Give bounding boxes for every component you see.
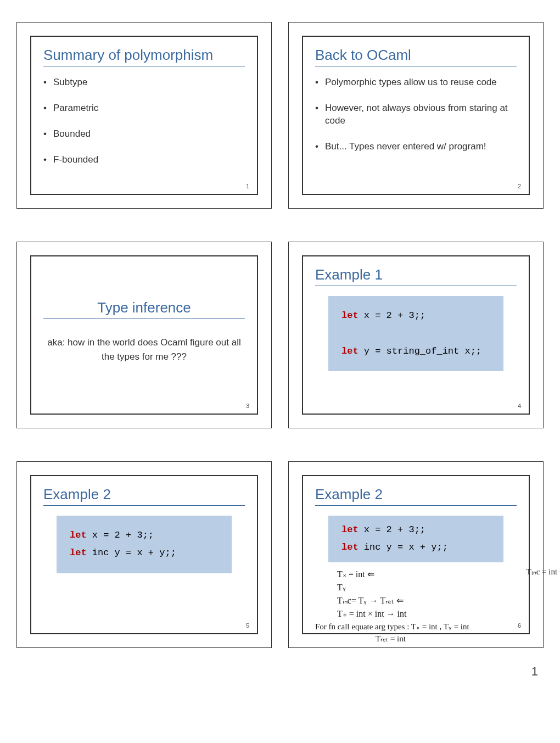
slide-1-inner: Summary of polymorphism Subtype Parametr… [30, 36, 258, 195]
slide-6-inner: Example 2 let x = 2 + 3;; let inc y = x … [302, 475, 530, 634]
slide-1-title: Summary of polymorphism [43, 47, 245, 66]
keyword: let [70, 548, 87, 558]
slide-grid: Summary of polymorphism Subtype Parametr… [16, 22, 544, 648]
keyword: let [341, 524, 359, 535]
slide-4-inner: Example 1 let x = 2 + 3;; let y = string… [302, 255, 530, 415]
slide-2-title: Back to OCaml [315, 47, 517, 66]
page-number: 1 [16, 664, 544, 679]
slide-6-title: Example 2 [315, 486, 517, 506]
slide-3: Type inference aka: how in the world doe… [16, 242, 272, 428]
slide-4-code: let x = 2 + 3;; let y = string_of_int x;… [328, 296, 503, 371]
slide-6-handwriting: Tₓ = int ⇐Tᵢₙc = int→int Tᵧ Tᵢₙc= Tᵧ → T… [315, 568, 517, 645]
bullet: But... Types never entered w/ program! [315, 141, 517, 153]
slide-2-bullets: Polymorphic types allow us to reuse code… [315, 76, 517, 153]
slide-1-bullets: Subtype Parametric Bounded F-bounded [43, 76, 245, 166]
bullet: Bounded [43, 128, 245, 141]
slide-2-inner: Back to OCaml Polymorphic types allow us… [302, 36, 530, 195]
slide-3-number: 3 [246, 403, 249, 409]
slide-5-number: 5 [246, 622, 249, 629]
slide-6: Example 2 let x = 2 + 3;; let inc y = x … [288, 461, 544, 648]
keyword: let [341, 346, 359, 356]
slide-5-inner: Example 2 let x = 2 + 3;; let inc y = x … [30, 475, 258, 634]
slide-4-title: Example 1 [315, 266, 517, 286]
slide-5-title: Example 2 [43, 486, 245, 506]
hw-text: Tᵢₙc = int→int [527, 566, 560, 578]
hw-line: For fn call equate arg types : Tₓ = int … [315, 621, 517, 633]
slide-2: Back to OCaml Polymorphic types allow us… [288, 22, 544, 209]
code-text: x = 2 + 3;; [359, 310, 425, 321]
slide-4: Example 1 let x = 2 + 3;; let y = string… [288, 242, 544, 428]
code-text: inc y = x + y;; [359, 542, 448, 552]
hw-line: Tᵢₙc= Tᵧ → Tᵣₑₜ ⇐ [315, 594, 517, 607]
code-text: inc y = x + y;; [87, 548, 176, 558]
hw-line: T₊ = int × int → int [315, 607, 517, 621]
code-text: x = 2 + 3;; [359, 524, 425, 535]
keyword: let [341, 310, 359, 321]
slide-2-number: 2 [518, 183, 521, 189]
hw-line: Tₓ = int ⇐Tᵢₙc = int→int [315, 568, 517, 581]
bullet: However, not always obvious from staring… [315, 102, 517, 127]
slide-5-code: let x = 2 + 3;; let inc y = x + y;; [57, 516, 232, 573]
slide-4-number: 4 [518, 403, 521, 409]
keyword: let [70, 530, 87, 540]
bullet: Polymorphic types allow us to reuse code [315, 76, 517, 89]
bullet: F-bounded [43, 154, 245, 166]
slide-6-number: 6 [518, 622, 521, 629]
slide-1-number: 1 [246, 183, 249, 189]
slide-3-inner: Type inference aka: how in the world doe… [30, 255, 258, 415]
hw-line: Tᵧ [315, 581, 517, 594]
bullet: Subtype [43, 76, 245, 89]
slide-1: Summary of polymorphism Subtype Parametr… [16, 22, 272, 209]
bullet: Parametric [43, 102, 245, 115]
slide-3-subtext: aka: how in the world does Ocaml figure … [43, 336, 245, 364]
code-text: x = 2 + 3;; [87, 530, 154, 540]
hw-text: Tₓ = int ⇐ [337, 569, 374, 579]
slide-3-title: Type inference [43, 299, 245, 319]
keyword: let [341, 542, 359, 552]
slide-5: Example 2 let x = 2 + 3;; let inc y = x … [16, 461, 272, 648]
hw-line: Tᵣₑₜ = int [315, 633, 517, 645]
slide-6-code: let x = 2 + 3;; let inc y = x + y;; [328, 516, 503, 562]
code-text: y = string_of_int x;; [359, 346, 481, 356]
